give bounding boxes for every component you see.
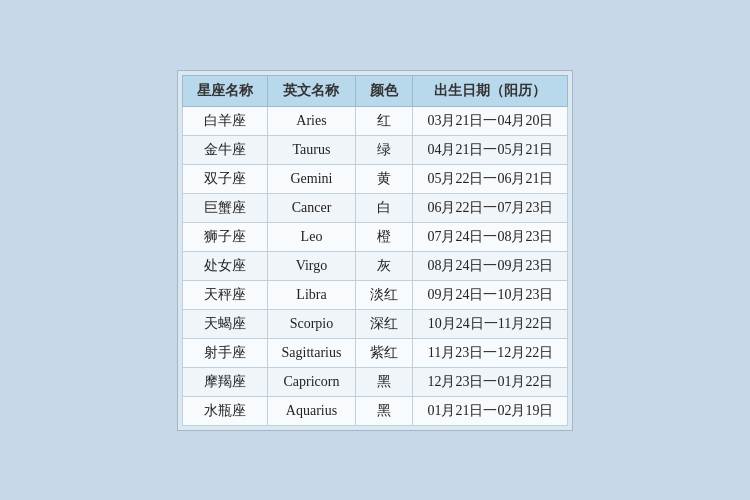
table-row: 双子座Gemini黄05月22日一06月21日 <box>182 164 568 193</box>
cell-chinese: 摩羯座 <box>182 367 267 396</box>
cell-chinese: 天秤座 <box>182 280 267 309</box>
table-row: 摩羯座Capricorn黑12月23日一01月22日 <box>182 367 568 396</box>
zodiac-table-container: 星座名称 英文名称 颜色 出生日期（阳历） 白羊座Aries红03月21日一04… <box>177 70 574 431</box>
cell-color: 深红 <box>356 309 413 338</box>
cell-dates: 12月23日一01月22日 <box>413 367 568 396</box>
cell-english: Gemini <box>267 164 356 193</box>
cell-chinese: 水瓶座 <box>182 396 267 425</box>
cell-color: 白 <box>356 193 413 222</box>
cell-chinese: 金牛座 <box>182 135 267 164</box>
cell-english: Libra <box>267 280 356 309</box>
cell-color: 橙 <box>356 222 413 251</box>
cell-english: Aquarius <box>267 396 356 425</box>
cell-dates: 03月21日一04月20日 <box>413 106 568 135</box>
cell-color: 紫红 <box>356 338 413 367</box>
cell-english: Virgo <box>267 251 356 280</box>
cell-english: Sagittarius <box>267 338 356 367</box>
col-header-english: 英文名称 <box>267 75 356 106</box>
cell-dates: 11月23日一12月22日 <box>413 338 568 367</box>
cell-color: 黑 <box>356 396 413 425</box>
table-row: 狮子座Leo橙07月24日一08月23日 <box>182 222 568 251</box>
table-row: 处女座Virgo灰08月24日一09月23日 <box>182 251 568 280</box>
table-row: 射手座Sagittarius紫红11月23日一12月22日 <box>182 338 568 367</box>
cell-english: Capricorn <box>267 367 356 396</box>
cell-color: 淡红 <box>356 280 413 309</box>
table-row: 白羊座Aries红03月21日一04月20日 <box>182 106 568 135</box>
cell-dates: 10月24日一11月22日 <box>413 309 568 338</box>
cell-chinese: 狮子座 <box>182 222 267 251</box>
cell-color: 黑 <box>356 367 413 396</box>
cell-color: 红 <box>356 106 413 135</box>
col-header-color: 颜色 <box>356 75 413 106</box>
table-row: 水瓶座Aquarius黑01月21日一02月19日 <box>182 396 568 425</box>
cell-chinese: 天蝎座 <box>182 309 267 338</box>
cell-chinese: 双子座 <box>182 164 267 193</box>
cell-english: Leo <box>267 222 356 251</box>
cell-dates: 08月24日一09月23日 <box>413 251 568 280</box>
cell-english: Cancer <box>267 193 356 222</box>
col-header-chinese: 星座名称 <box>182 75 267 106</box>
table-header-row: 星座名称 英文名称 颜色 出生日期（阳历） <box>182 75 568 106</box>
cell-dates: 04月21日一05月21日 <box>413 135 568 164</box>
cell-dates: 09月24日一10月23日 <box>413 280 568 309</box>
cell-chinese: 射手座 <box>182 338 267 367</box>
cell-dates: 06月22日一07月23日 <box>413 193 568 222</box>
cell-dates: 01月21日一02月19日 <box>413 396 568 425</box>
col-header-dates: 出生日期（阳历） <box>413 75 568 106</box>
cell-dates: 05月22日一06月21日 <box>413 164 568 193</box>
cell-color: 灰 <box>356 251 413 280</box>
table-row: 天蝎座Scorpio深红10月24日一11月22日 <box>182 309 568 338</box>
cell-chinese: 巨蟹座 <box>182 193 267 222</box>
table-row: 巨蟹座Cancer白06月22日一07月23日 <box>182 193 568 222</box>
zodiac-table: 星座名称 英文名称 颜色 出生日期（阳历） 白羊座Aries红03月21日一04… <box>182 75 569 426</box>
cell-dates: 07月24日一08月23日 <box>413 222 568 251</box>
cell-english: Aries <box>267 106 356 135</box>
table-row: 金牛座Taurus绿04月21日一05月21日 <box>182 135 568 164</box>
cell-chinese: 处女座 <box>182 251 267 280</box>
cell-color: 绿 <box>356 135 413 164</box>
cell-chinese: 白羊座 <box>182 106 267 135</box>
cell-english: Scorpio <box>267 309 356 338</box>
cell-color: 黄 <box>356 164 413 193</box>
table-row: 天秤座Libra淡红09月24日一10月23日 <box>182 280 568 309</box>
cell-english: Taurus <box>267 135 356 164</box>
